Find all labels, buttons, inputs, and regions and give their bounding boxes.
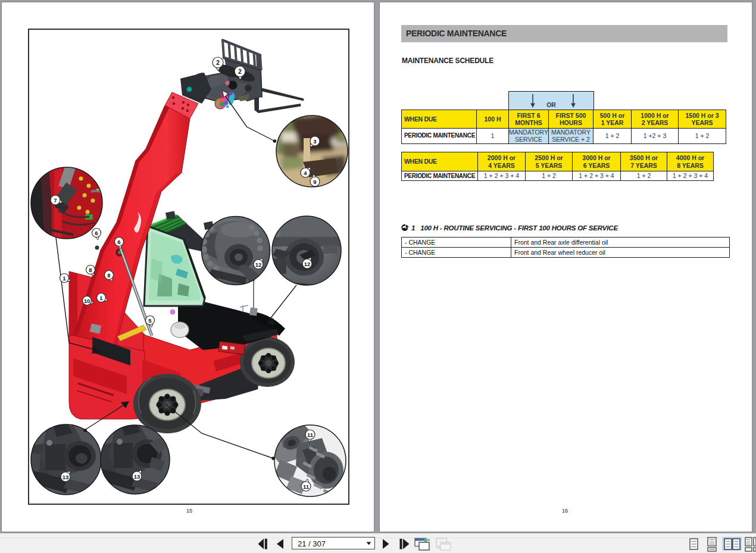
svg-text:3: 3 <box>313 138 316 145</box>
svg-text:8: 8 <box>107 272 110 279</box>
svg-text:10: 10 <box>84 298 90 304</box>
svg-text:13: 13 <box>63 474 69 480</box>
svg-text:7: 7 <box>54 197 57 204</box>
svg-text:12: 12 <box>304 261 311 267</box>
svg-text:8: 8 <box>89 267 92 273</box>
svg-text:OR: OR <box>546 101 556 108</box>
svg-text:2: 2 <box>216 60 220 66</box>
svg-text:1: 1 <box>99 295 103 301</box>
svg-text:6: 6 <box>95 230 98 236</box>
svg-text:2: 2 <box>238 68 242 75</box>
svg-text:12: 12 <box>255 261 262 268</box>
svg-text:6: 6 <box>117 239 120 245</box>
svg-text:1: 1 <box>63 275 66 282</box>
svg-text:11: 11 <box>307 432 314 438</box>
svg-text:9: 9 <box>313 179 316 185</box>
svg-text:4: 4 <box>304 170 307 176</box>
svg-text:13: 13 <box>134 473 140 480</box>
svg-text:5: 5 <box>148 317 152 324</box>
svg-text:11: 11 <box>303 483 310 490</box>
